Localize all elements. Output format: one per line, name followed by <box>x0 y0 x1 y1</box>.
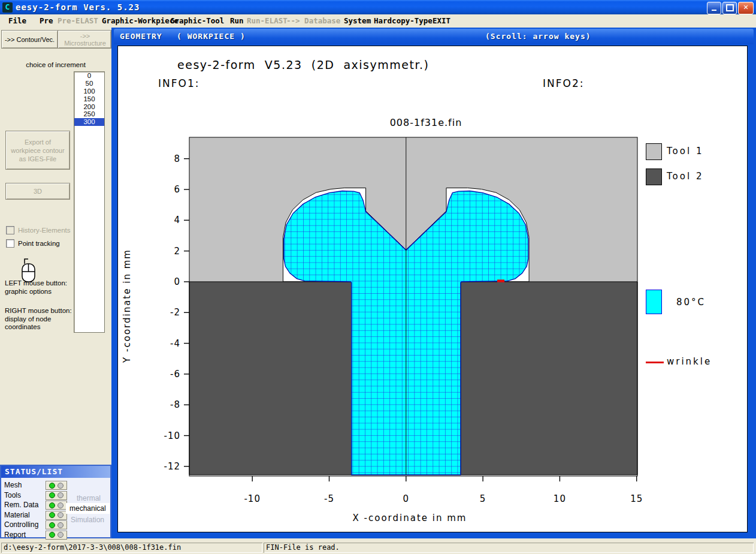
status-list-panel: STATUS/LIST MeshToolsRem. DataMaterialCo… <box>0 465 111 538</box>
menu-item-exit[interactable]: EXIT <box>433 16 450 25</box>
window-title: eesy-2-form Vers. 5.23 <box>16 2 140 12</box>
legend-label-1: Tool 2 <box>667 171 703 182</box>
menu-item-pre-elast: Pre-ELAST <box>58 16 98 25</box>
plot-canvas[interactable]: eesy-2-form V5.23 (2D axisymmetr.) INFO1… <box>117 46 748 532</box>
y-tick-label: 8 <box>174 153 180 164</box>
y-tick-label: 0 <box>174 276 180 287</box>
mode-simulation: Simulation <box>71 516 104 524</box>
x-tick-label: 5 <box>480 493 486 504</box>
legend-label-2: 80°C <box>676 297 706 308</box>
status-led-button[interactable] <box>46 520 67 529</box>
y-tick-label: -6 <box>170 369 180 380</box>
y-tick-label: -10 <box>164 430 181 441</box>
bottom-statusbar: d:\eesy-2-form\2017-3-3\008\008-1f31e.fi… <box>0 541 756 554</box>
led-on <box>49 532 55 538</box>
increment-option-250[interactable]: 250 <box>74 110 104 118</box>
x-tick-label: 0 <box>403 493 410 504</box>
led-off <box>58 512 63 518</box>
status-led-button[interactable] <box>46 491 67 500</box>
point-tracking-checkbox-row[interactable]: Point tracking <box>6 239 60 248</box>
menu-item-graphic-workpiece[interactable]: Graphic-Workpiece <box>102 16 179 25</box>
graphics-window: GEOMETRY ( WORKPIECE ) (Scroll: arrow ke… <box>111 28 756 538</box>
increment-option-0[interactable]: 0 <box>74 72 104 80</box>
close-icon: ✕ <box>743 4 748 11</box>
menu-item--database: --> Database <box>286 16 340 25</box>
close-button[interactable]: ✕ <box>738 2 754 14</box>
menu-bar: FilePrePre-ELASTGraphic-WorkpieceGraphic… <box>0 14 756 28</box>
led-on <box>49 483 55 489</box>
point-tracking-label: Point tracking <box>18 240 60 247</box>
mode-thermal: thermal <box>77 494 101 502</box>
x-tick-label: 15 <box>630 493 643 504</box>
maximize-button[interactable] <box>722 2 737 14</box>
menu-item-run-elast: Run-ELAST <box>247 16 288 25</box>
x-tick-label: -10 <box>244 493 261 504</box>
status-row-label: Tools <box>4 491 21 499</box>
increment-listbox[interactable]: 050100150200250300 <box>74 71 105 333</box>
status-led-button[interactable] <box>46 511 67 520</box>
y-tick-label: -12 <box>164 461 181 472</box>
led-on <box>49 502 55 508</box>
increment-option-100[interactable]: 100 <box>74 88 104 95</box>
scroll-hint: (Scroll: arrow keys) <box>485 32 591 41</box>
microstructure-button: ->> Microstructure <box>58 30 111 49</box>
led-off <box>58 532 63 538</box>
led-off <box>58 522 63 528</box>
menu-item-graphic-tool[interactable]: Graphic-Tool <box>170 16 224 25</box>
legend-swatch-2 <box>646 290 662 314</box>
y-tick-label: 6 <box>174 184 180 195</box>
legend-swatch-0 <box>646 143 662 160</box>
status-led-button[interactable] <box>46 531 67 540</box>
x-tick-label: 10 <box>554 493 566 504</box>
legend-label-0: Tool 1 <box>667 146 703 156</box>
y-tick-label: -2 <box>170 307 180 318</box>
workpiece-subtitle: ( WORKPIECE ) <box>177 32 246 41</box>
led-on <box>49 522 55 528</box>
minimize-icon <box>712 10 716 11</box>
led-on <box>49 492 55 498</box>
status-led-button[interactable] <box>46 501 67 510</box>
statusbar-filepath: d:\eesy-2-form\2017-3-3\008\008-1f31e.fi… <box>1 543 262 553</box>
maximize-icon <box>726 4 734 11</box>
y-tick-label: -8 <box>170 399 180 410</box>
y-tick-label: 2 <box>174 246 180 257</box>
history-elements-checkbox-row: History-Elements <box>6 226 71 234</box>
minimize-button[interactable] <box>707 2 721 14</box>
led-off <box>58 502 63 508</box>
status-row-label: Report <box>4 531 26 539</box>
history-elements-label: History-Elements <box>18 227 71 234</box>
increment-option-200[interactable]: 200 <box>74 103 104 111</box>
legend-swatch-3 <box>646 362 664 363</box>
menu-item-run[interactable]: Run <box>230 16 244 25</box>
led-off <box>58 483 63 489</box>
y-tick-label: -4 <box>170 338 180 349</box>
status-row-label: Material <box>4 511 30 519</box>
y-tick-label: 4 <box>174 215 180 225</box>
left-mouse-help: LEFT mouse button: graphic options <box>5 279 67 296</box>
menu-item-system[interactable]: System <box>344 16 371 25</box>
legend-swatch-1 <box>646 168 662 185</box>
menu-item-hardcopy-type[interactable]: Hardcopy-Type <box>374 16 433 25</box>
status-led-button[interactable] <box>46 481 67 490</box>
status-row-label: Controlling <box>4 520 38 529</box>
increment-option-300[interactable]: 300 <box>74 118 104 126</box>
y-axis-label: Y -coordinate in mm <box>122 249 132 363</box>
contour-vec-button[interactable]: ->> Contour/Vec. <box>1 30 58 49</box>
increment-option-150[interactable]: 150 <box>74 95 104 103</box>
legend-label-3: wrinkle <box>667 356 712 367</box>
graphics-window-titlebar[interactable]: GEOMETRY ( WORKPIECE ) (Scroll: arrow ke… <box>114 29 754 44</box>
right-mouse-help: RIGHT mouse button: display of node coor… <box>5 307 72 332</box>
menu-item-file[interactable]: File <box>8 16 26 25</box>
status-list-title: STATUS/LIST <box>1 466 110 478</box>
status-row-report: Report <box>1 531 110 540</box>
led-on <box>49 512 55 518</box>
history-elements-checkbox <box>6 226 14 234</box>
3d-button: 3D <box>5 183 70 200</box>
statusbar-message: FIN-File is read. <box>264 543 754 553</box>
increment-label: choice of increment <box>0 61 111 68</box>
menu-item-pre[interactable]: Pre <box>40 16 53 25</box>
point-tracking-checkbox[interactable] <box>6 239 14 248</box>
led-off <box>58 492 63 498</box>
window-titlebar[interactable]: C eesy-2-form Vers. 5.23 ✕ <box>0 0 756 14</box>
increment-option-50[interactable]: 50 <box>74 80 104 88</box>
